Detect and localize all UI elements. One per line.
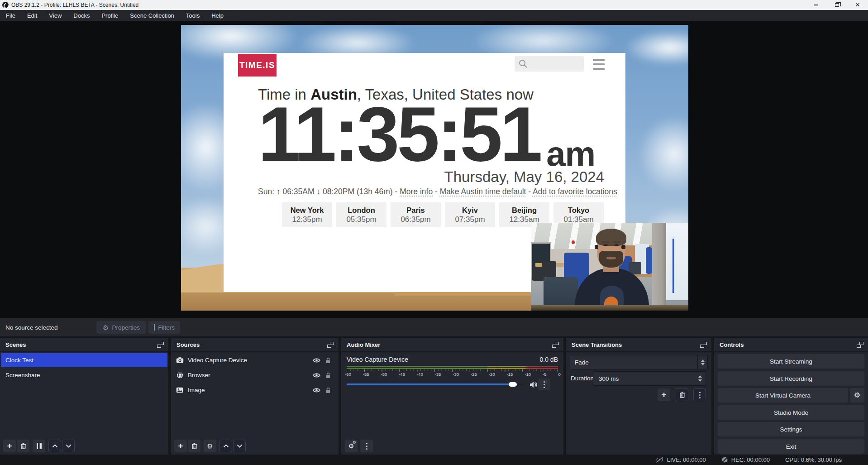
start-recording-button[interactable]: Start Recording xyxy=(718,371,864,386)
menu-profile[interactable]: Profile xyxy=(95,10,124,21)
visibility-eye-icon[interactable] xyxy=(310,373,322,378)
chevron-down-icon xyxy=(698,379,702,382)
add-transition-button[interactable]: + xyxy=(658,388,670,401)
popout-icon[interactable] xyxy=(857,342,863,348)
source-properties-button[interactable]: ⚙ xyxy=(204,440,216,452)
make-default-link: Make Austin time default xyxy=(440,187,526,196)
window-title: OBS 29.1.2 - Profile: LLHLS BETA - Scene… xyxy=(11,2,806,8)
close-button[interactable]: × xyxy=(847,0,868,10)
unlock-icon[interactable] xyxy=(322,387,334,393)
eyebrow xyxy=(613,241,620,243)
scenes-footer: + xyxy=(0,440,168,453)
visibility-eye-icon[interactable] xyxy=(310,358,322,363)
trash-icon xyxy=(679,392,685,398)
video-preview-canvas[interactable]: TIME.IS Time in Austin, Texas, United St… xyxy=(181,25,688,311)
filters-button[interactable]: Filters xyxy=(148,321,180,334)
popout-icon[interactable] xyxy=(552,342,559,348)
scene-item-clock-test[interactable]: Clock Test xyxy=(1,353,167,367)
city-box: Paris06:35pm xyxy=(391,202,441,227)
trash-icon xyxy=(191,443,197,449)
city-box: Kyiv07:35pm xyxy=(445,202,495,227)
source-row-video-capture[interactable]: Video Capture Device xyxy=(171,353,339,367)
timeis-logo: TIME.IS xyxy=(238,54,277,77)
restore-button[interactable] xyxy=(826,0,847,10)
popout-icon[interactable] xyxy=(327,342,334,348)
virtual-camera-settings-button[interactable]: ⚙ xyxy=(850,388,864,403)
bright-window xyxy=(666,223,688,300)
duration-spinbox[interactable]: 300 ms xyxy=(593,371,706,386)
volume-slider-handle[interactable] xyxy=(509,382,517,387)
dock-area: Scenes Clock Test Screenshare + Sources xyxy=(0,336,868,455)
volume-slider-row xyxy=(347,378,558,391)
popout-icon[interactable] xyxy=(700,342,707,348)
settings-button[interactable]: Settings xyxy=(718,422,864,436)
window-titlebar: OBS 29.1.2 - Profile: LLHLS BETA - Scene… xyxy=(0,0,868,10)
scene-item-screenshare[interactable]: Screenshare xyxy=(1,368,167,382)
move-source-down-button[interactable] xyxy=(233,440,246,452)
menu-bar: File Edit View Docks Profile Scene Colle… xyxy=(0,10,868,21)
spin-arrows[interactable] xyxy=(698,375,702,382)
transition-select[interactable]: Fade xyxy=(570,355,708,369)
cpu-fps-status: CPU: 0.6%, 30.00 fps xyxy=(785,456,842,463)
filters-icon xyxy=(37,443,42,449)
kebab-icon xyxy=(544,384,545,385)
popout-icon[interactable] xyxy=(157,342,164,348)
chevron-up-icon xyxy=(52,444,58,448)
camera-icon xyxy=(176,357,184,363)
source-row-browser[interactable]: Browser xyxy=(171,368,339,382)
menu-view[interactable]: View xyxy=(43,10,67,21)
webcam-video-source[interactable] xyxy=(531,223,688,311)
scenes-panel: Scenes Clock Test Screenshare + xyxy=(0,338,168,455)
scene-filters-button[interactable] xyxy=(33,440,45,452)
start-streaming-button[interactable]: Start Streaming xyxy=(718,354,864,369)
scenes-header: Scenes xyxy=(0,338,168,352)
select-spinner[interactable] xyxy=(697,355,707,369)
timeis-clock: 11:35:51 am xyxy=(258,91,595,173)
gear-icon: ⚙ xyxy=(854,392,860,399)
timeis-search-box xyxy=(515,56,584,72)
source-row-image[interactable]: Image xyxy=(171,383,339,397)
more-info-link: More info xyxy=(400,187,433,196)
blue-partition xyxy=(646,247,652,273)
mixer-channel-menu-button[interactable] xyxy=(538,379,550,390)
double-gear-icon: ⚙⚙ xyxy=(348,442,354,450)
remove-scene-button[interactable] xyxy=(17,440,29,452)
timeis-sun-line: Sun: ↑ 06:35AM ↓ 08:20PM (13h 46m) - Mor… xyxy=(258,187,605,197)
move-source-up-button[interactable] xyxy=(219,440,232,452)
volume-slider[interactable] xyxy=(347,384,523,385)
menu-tools[interactable]: Tools xyxy=(180,10,205,21)
start-virtual-camera-button[interactable]: Start Virtual Camera xyxy=(718,388,848,403)
menu-help[interactable]: Help xyxy=(205,10,229,21)
gear-icon: ⚙ xyxy=(207,443,213,450)
properties-button[interactable]: ⚙ Properties xyxy=(96,321,146,334)
transition-properties-button[interactable] xyxy=(693,388,706,401)
exit-button[interactable]: Exit xyxy=(718,439,864,454)
remove-transition-button[interactable] xyxy=(676,388,688,401)
minimize-button[interactable] xyxy=(806,0,826,10)
chevron-up-icon xyxy=(701,360,705,362)
office-chair xyxy=(532,267,545,281)
remove-source-button[interactable] xyxy=(188,440,200,452)
menu-file[interactable]: File xyxy=(0,10,21,21)
unlock-icon[interactable] xyxy=(322,372,334,379)
visibility-eye-icon[interactable] xyxy=(310,388,322,393)
status-bar: LIVE: 00:00:00 REC: 00:00:00 CPU: 0.6%, … xyxy=(0,455,868,465)
move-scene-down-button[interactable] xyxy=(62,440,75,452)
move-scene-up-button[interactable] xyxy=(48,440,61,452)
mixer-menu-button[interactable] xyxy=(360,440,373,452)
advanced-audio-button[interactable]: ⚙⚙ xyxy=(345,440,358,452)
globe-icon xyxy=(176,372,184,379)
add-scene-button[interactable]: + xyxy=(3,440,16,452)
speaker-icon[interactable] xyxy=(529,381,538,388)
menu-edit[interactable]: Edit xyxy=(21,10,43,21)
menu-scene-collection[interactable]: Scene Collection xyxy=(124,10,180,21)
controls-header: Controls xyxy=(714,338,868,352)
preview-stage: TIME.IS Time in Austin, Texas, United St… xyxy=(0,21,868,318)
studio-mode-button[interactable]: Studio Mode xyxy=(718,405,864,420)
cloud xyxy=(625,29,688,66)
restore-icon xyxy=(835,3,839,7)
unlock-icon[interactable] xyxy=(322,357,334,364)
add-source-button[interactable]: + xyxy=(174,440,187,452)
plus-icon: + xyxy=(178,441,183,450)
menu-docks[interactable]: Docks xyxy=(67,10,95,21)
